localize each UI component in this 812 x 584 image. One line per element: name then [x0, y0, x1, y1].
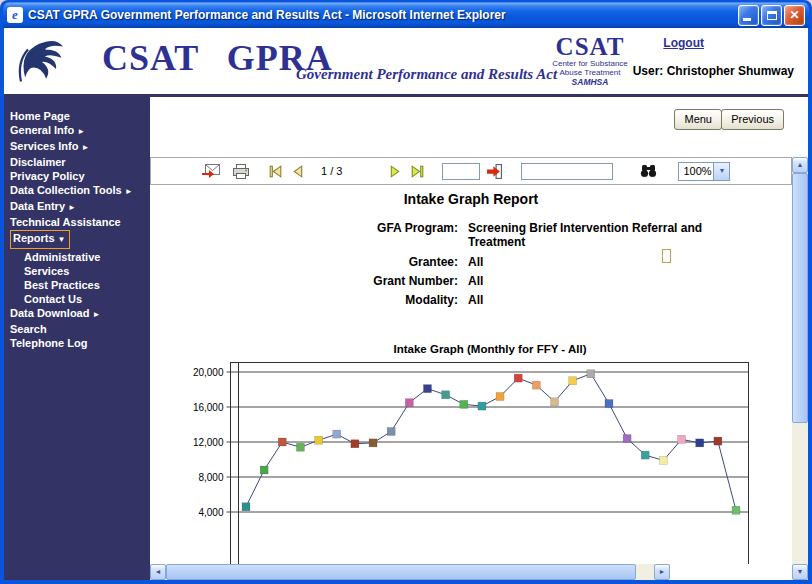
next-page-icon[interactable] [386, 163, 403, 180]
print-icon[interactable] [231, 163, 251, 180]
scroll-left-arrow-icon[interactable]: ◄ [150, 564, 166, 580]
field-label: Grantee: [150, 255, 458, 269]
svg-text:12,000: 12,000 [193, 437, 224, 448]
sidebar-item-reports[interactable]: Reports▼ [4, 230, 150, 249]
zoom-value: 100% [683, 165, 711, 177]
report-viewer: 1 / 3 [150, 157, 808, 580]
csat-logo-line2: Abuse Treatment [540, 68, 640, 77]
maximize-icon [767, 11, 777, 20]
window-titlebar[interactable]: e CSAT GPRA Government Performance and R… [3, 2, 809, 28]
submenu-arrow-icon: ► [125, 187, 133, 196]
reports-active-box: Reports▼ [10, 230, 70, 249]
field-value: Screening Brief Intervention Referral an… [468, 221, 740, 249]
export-icon[interactable] [201, 163, 221, 180]
vertical-scrollbar[interactable]: ▲ ▼ [792, 157, 808, 580]
internet-explorer-icon: e [7, 7, 23, 23]
hhs-eagle-logo-icon [14, 33, 70, 91]
sidebar-item-label: Services [24, 265, 69, 277]
field-label: Grant Number: [150, 274, 458, 288]
csat-logo-line1: Center for Substance [540, 59, 640, 68]
sidebar-item-data-entry[interactable]: Data Entry► [4, 200, 150, 214]
sidebar-item-label: Privacy Policy [10, 170, 85, 182]
sidebar-item-technical-assistance[interactable]: Technical Assistance [4, 216, 150, 228]
sidebar-item-label: Contact Us [24, 293, 82, 305]
search-text-input[interactable] [521, 163, 613, 180]
expanded-arrow-icon: ▼ [58, 235, 66, 244]
sidebar-item-search[interactable]: Search [4, 323, 150, 335]
sidebar-item-label: Services Info [10, 140, 78, 152]
submenu-arrow-icon: ► [92, 310, 100, 319]
user-label: User: Christopher Shumway [633, 64, 794, 78]
window-controls: ✕ [738, 5, 805, 26]
sidebar-item-general-info[interactable]: General Info► [4, 124, 150, 138]
sidebar-item-best-practices[interactable]: Best Practices [4, 279, 150, 291]
horizontal-scrollbar-thumb[interactable] [166, 564, 636, 580]
report-title: Intake Graph Report [150, 191, 792, 207]
goto-page-input[interactable] [442, 163, 480, 180]
field-value: All [468, 274, 740, 288]
scroll-right-arrow-icon[interactable]: ► [654, 564, 670, 580]
browser-viewport: CSAT GPRA Government Performance and Res… [4, 28, 808, 580]
svg-text:4,000: 4,000 [198, 507, 223, 518]
sidebar-item-label: Data Collection Tools [10, 184, 122, 196]
vertical-scrollbar-thumb[interactable] [792, 173, 808, 423]
field-label: GFA Program: [150, 221, 458, 235]
close-button[interactable]: ✕ [784, 5, 805, 26]
previous-button[interactable]: Previous [721, 109, 784, 130]
sidebar-item-privacy-policy[interactable]: Privacy Policy [4, 170, 150, 182]
sidebar-item-label: Administrative [24, 251, 100, 263]
main-area: Home Page General Info► Services Info► D… [4, 97, 808, 580]
submenu-arrow-icon: ► [68, 203, 76, 212]
last-page-icon[interactable] [409, 163, 426, 180]
content-area: Menu Previous [150, 97, 808, 580]
sidebar-item-data-collection-tools[interactable]: Data Collection Tools► [4, 184, 150, 198]
sidebar-item-label: Search [10, 323, 47, 335]
submenu-arrow-icon: ► [77, 127, 85, 136]
sidebar-item-administrative[interactable]: Administrative [4, 251, 150, 263]
app-header: CSAT GPRA Government Performance and Res… [4, 28, 808, 97]
sidebar-item-services-info[interactable]: Services Info► [4, 140, 150, 154]
sidebar-item-label: Telephone Log [10, 337, 87, 349]
browser-window: e CSAT GPRA Government Performance and R… [0, 0, 812, 584]
minimize-button[interactable] [738, 5, 759, 26]
intake-chart: 4,0008,00012,00016,00020,000 [188, 359, 754, 564]
zoom-dropdown-arrow-icon[interactable]: ▼ [713, 163, 729, 180]
submenu-arrow-icon: ► [81, 143, 89, 152]
sidebar-item-disclaimer[interactable]: Disclaimer [4, 156, 150, 168]
placeholder-box-icon [662, 249, 671, 263]
scroll-down-arrow-icon[interactable]: ▼ [792, 564, 808, 580]
sidebar-item-label: Best Practices [24, 279, 100, 291]
csat-logo: CSAT Center for Substance Abuse Treatmen… [540, 34, 640, 87]
sidebar-item-label: Home Page [10, 110, 70, 122]
chart-title: Intake Graph (Monthly for FFY - All) [230, 343, 750, 355]
field-label: Modality: [150, 293, 458, 307]
sidebar-item-services[interactable]: Services [4, 265, 150, 277]
zoom-select[interactable]: 100% ▼ [678, 162, 730, 181]
svg-text:8,000: 8,000 [198, 472, 223, 483]
sidebar-item-label: Data Download [10, 307, 89, 319]
sidebar-item-label: Reports [13, 232, 55, 244]
scroll-up-arrow-icon[interactable]: ▲ [792, 157, 808, 173]
field-value: All [468, 293, 740, 307]
window-title: CSAT GPRA Government Performance and Res… [28, 8, 733, 22]
brand-tagline: Government Performance and Results Act [296, 66, 557, 83]
previous-page-icon[interactable] [290, 163, 307, 180]
menu-button[interactable]: Menu [674, 109, 722, 130]
chart-container: 4,0008,00012,00016,00020,000 [188, 359, 754, 564]
sidebar-item-home-page[interactable]: Home Page [4, 110, 150, 122]
sidebar-item-label: Technical Assistance [10, 216, 121, 228]
field-value: All [468, 255, 740, 269]
sidebar-item-telephone-log[interactable]: Telephone Log [4, 337, 150, 349]
go-to-page-icon[interactable] [486, 163, 503, 180]
sidebar-item-data-download[interactable]: Data Download► [4, 307, 150, 321]
first-page-icon[interactable] [267, 163, 284, 180]
report-page: Intake Graph Report GFA Program: Screeni… [150, 185, 792, 564]
csat-logo-title: CSAT [540, 34, 640, 59]
svg-text:20,000: 20,000 [193, 367, 224, 378]
logout-link[interactable]: Logout [663, 36, 704, 50]
maximize-button[interactable] [761, 5, 782, 26]
horizontal-scrollbar[interactable]: ◄ ► [150, 564, 670, 580]
svg-text:16,000: 16,000 [193, 402, 224, 413]
sidebar-item-contact-us[interactable]: Contact Us [4, 293, 150, 305]
find-binoculars-icon[interactable] [639, 164, 658, 178]
